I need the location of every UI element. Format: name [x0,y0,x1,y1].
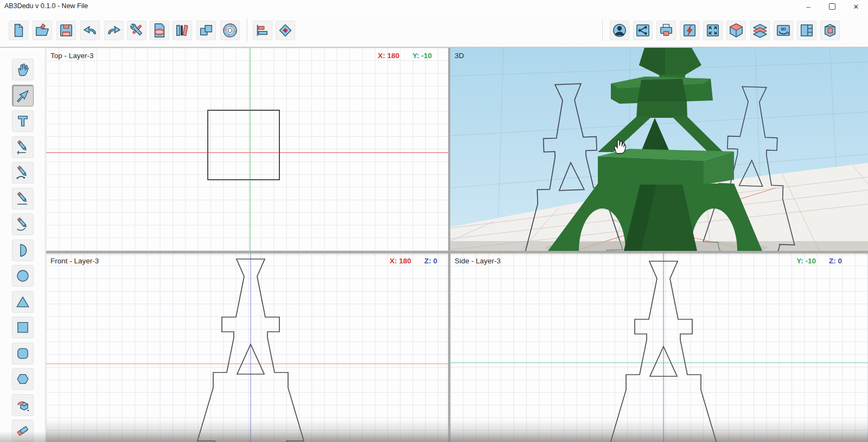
viewport-front-label: Front - Layer-3 [50,257,99,265]
duplicate-icon [199,23,214,38]
save-file-icon [59,23,74,38]
cube-3d-icon [729,23,744,38]
tool-curve-pen[interactable] [12,162,34,184]
tool-line-pen[interactable] [12,136,34,158]
tool-hexagon[interactable] [12,368,34,390]
layers-icon [752,23,768,38]
save-file-button[interactable] [56,21,76,40]
maximize-button[interactable] [820,0,844,13]
open-file-button[interactable] [33,21,52,40]
circle-icon [15,268,31,284]
viewport-side-label: Side - Layer-3 [455,257,501,265]
fullscreen-icon [705,23,720,38]
close-button[interactable]: ✕ [844,0,868,13]
library-icon [175,23,190,38]
maximize-icon [829,3,835,10]
tool-pan[interactable] [12,59,34,80]
window-title: AB3Dedu v 0.1.0 - New File [4,2,88,10]
rotate-3d-icon: 3D [776,23,791,38]
account-button[interactable] [610,21,629,40]
sketch-square[interactable] [208,110,279,180]
tool-circle[interactable] [12,265,34,287]
tool-select[interactable] [12,85,34,106]
top-view-canvas[interactable] [46,48,448,251]
help-icon [222,23,238,38]
print-3d-button[interactable] [820,21,840,40]
redo-icon [106,23,122,38]
view-3d-button[interactable] [726,21,746,40]
viewport-3d[interactable]: 3D [450,48,868,251]
layout-button[interactable] [797,21,816,40]
shape-3d-icon [15,397,31,413]
viewport-top-label: Top - Layer-3 [50,52,94,60]
svg-export-button[interactable]: SVG [150,21,169,40]
coord-x: X: 180 [378,52,399,60]
tool-shape-3d[interactable] [12,394,34,416]
title-bar: AB3Dedu v 0.1.0 - New File – ✕ [0,0,868,13]
app-window: AB3Dedu v 0.1.0 - New File – ✕ SVG [0,0,868,442]
svg-export-icon: SVG [152,23,167,38]
svg-text:3D: 3D [781,27,786,31]
tool-text[interactable] [12,110,34,132]
align-icon [255,23,270,38]
window-controls: – ✕ [796,0,868,13]
vertical-splitter[interactable] [448,48,450,442]
text-icon [15,113,31,129]
pen-line-icon [15,139,31,155]
tool-rounded-square[interactable] [12,343,34,364]
library-button[interactable] [173,21,192,40]
render-flash-icon [682,23,697,38]
viewport-front[interactable]: Front - Layer-3 X: 180 Z: 0 [46,253,448,442]
new-file-icon [11,23,26,38]
rotate-3d-button[interactable]: 3D [774,21,793,40]
print-button[interactable] [656,21,676,40]
share-button[interactable] [633,21,653,40]
help-button[interactable] [220,21,240,40]
tool-freehand-pencil[interactable] [12,213,34,235]
viewport-front-coords: X: 180 Z: 0 [390,257,437,265]
three-d-canvas[interactable] [450,48,868,251]
pencil-line-icon [15,191,31,207]
layout-panels-icon [799,23,814,38]
tool-eraser[interactable] [12,420,34,441]
tool-polyline-pencil[interactable] [12,188,34,210]
print-icon [659,23,674,38]
semicircle-icon [15,242,31,258]
tool-triangle[interactable] [12,291,34,313]
tool-semicircle[interactable] [12,239,34,261]
share-icon [635,23,650,38]
printer-3d-icon [822,23,838,38]
fullscreen-button[interactable] [703,21,723,40]
minimize-icon: – [806,3,810,11]
tools-icon [129,23,144,38]
tool-sidebar [0,47,46,442]
new-file-button[interactable] [9,21,28,40]
coord-y: Y: -10 [412,52,432,60]
undo-button[interactable] [80,21,100,40]
viewport-side-coords: Y: -10 Z: 0 [796,257,842,265]
rounded-square-icon [15,345,31,362]
align-button[interactable] [253,21,272,40]
duplicate-button[interactable] [196,21,216,40]
side-view-canvas[interactable] [450,253,868,442]
layers-button[interactable] [750,21,770,40]
front-view-canvas[interactable] [46,253,448,442]
triangle-icon [15,294,31,310]
redo-button[interactable] [104,21,124,40]
open-file-icon [35,23,50,38]
coord-z: Z: 0 [424,257,437,265]
coord-x: X: 180 [390,257,411,265]
transform-button[interactable] [276,21,295,40]
pen-curve-icon [15,165,31,181]
toolbar-border [0,47,868,48]
settings-tools-button[interactable] [127,21,146,40]
tool-square[interactable] [12,317,34,338]
render-button[interactable] [680,21,699,40]
square-icon [15,319,31,336]
horizontal-splitter[interactable] [46,251,868,253]
viewport-top[interactable]: Top - Layer-3 X: 180 Y: -10 [46,48,448,251]
coord-z: Z: 0 [829,257,842,265]
viewport-side[interactable]: Side - Layer-3 Y: -10 Z: 0 [450,253,868,442]
eraser-icon [15,422,31,439]
minimize-button[interactable]: – [796,0,820,13]
